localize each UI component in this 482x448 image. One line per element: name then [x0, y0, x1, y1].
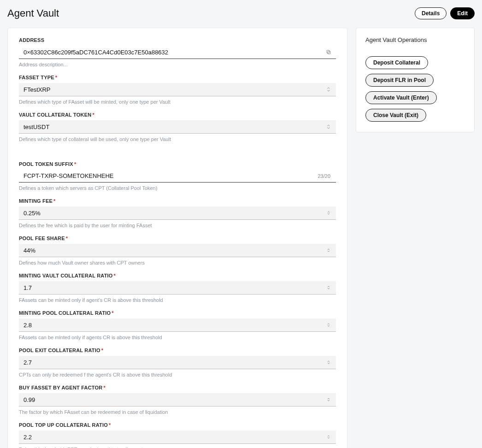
stepper-icon[interactable] [324, 209, 333, 217]
copy-icon[interactable] [324, 48, 333, 56]
pool-exit-cr-desc: CPTs can only be redeemed f the agent's … [19, 372, 336, 377]
pool-token-suffix-label: POOL TOKEN SUFFIX* [19, 161, 336, 167]
field-pool-token-suffix: POOL TOKEN SUFFIX* FCPT-TXRP-SOMETOKENHE… [19, 161, 336, 191]
pool-topup-cr-input[interactable]: 2.2 [19, 430, 336, 444]
minting-vault-cr-desc: FAssets can be minted only if agent's CR… [19, 297, 336, 303]
pool-exit-cr-value: 2.7 [24, 359, 324, 366]
pool-fee-share-desc: Defines how much Vault owner shares with… [19, 260, 336, 265]
field-fasset-type: FASSET TYPE* FTestXRP Defines which type… [19, 75, 336, 105]
field-vault-collateral-token: VAULT COLLATERAL TOKEN* testUSDT Defines… [19, 112, 336, 142]
vault-collateral-token-desc: Defines which type of collateral will be… [19, 136, 336, 142]
fasset-type-value: FTestXRP [24, 86, 324, 93]
minting-pool-cr-label: MINTING POOL COLLATERAL RATIO* [19, 310, 336, 316]
page-title: Agent Vault [7, 7, 59, 19]
stepper-icon[interactable] [324, 359, 333, 366]
buy-fasset-factor-desc: The factor by which FAsset can be redeem… [19, 409, 336, 415]
details-button[interactable]: Details [415, 7, 447, 19]
deposit-flr-button[interactable]: Deposit FLR in Pool [365, 74, 434, 87]
minting-fee-input[interactable]: 0.25% [19, 206, 336, 220]
minting-pool-cr-value: 2.8 [24, 322, 324, 329]
vault-form-card: ADDRESS 0×63302C86c209f5aDC761CA4Cd0E03c… [7, 28, 347, 448]
field-address: ADDRESS 0×63302C86c209f5aDC761CA4Cd0E03c… [19, 37, 336, 67]
operations-card: Agent Vault Operations Deposit Collatera… [356, 28, 475, 132]
minting-fee-desc: Defines the fee which is paid by the use… [19, 223, 336, 228]
buy-fasset-factor-value: 0.99 [24, 396, 324, 403]
vault-collateral-token-label: VAULT COLLATERAL TOKEN* [19, 112, 336, 118]
buy-fasset-factor-input[interactable]: 0.99 [19, 393, 336, 407]
stepper-icon[interactable] [324, 321, 333, 329]
pool-exit-cr-input[interactable]: 2.7 [19, 356, 336, 369]
pool-topup-cr-label: POOL TOP UP COLLATERAL RATIO* [19, 422, 336, 428]
pool-exit-cr-label: POOL EXIT COLLATERAL RATIO* [19, 348, 336, 353]
field-pool-topup-cr: POOL TOP UP COLLATERAL RATIO* 2.2 Below … [19, 422, 336, 448]
pool-token-suffix-input[interactable]: FCPT-TXRP-SOMETOKENHEHE 23/20 [19, 170, 336, 183]
field-minting-vault-cr: MINTING VAULT COLLATERAL RATIO* 1.7 FAss… [19, 273, 336, 303]
pool-fee-share-value: 44% [24, 247, 324, 254]
stepper-icon[interactable] [324, 433, 333, 441]
pool-token-suffix-desc: Defines a token which servers as CPT (Co… [19, 185, 336, 191]
field-pool-exit-cr: POOL EXIT COLLATERAL RATIO* 2.7 CPTs can… [19, 348, 336, 377]
field-pool-fee-share: POOL FEE SHARE* 44% Defines how much Vau… [19, 236, 336, 265]
minting-pool-cr-desc: FAssets can be minted only if agents CR … [19, 335, 336, 340]
fasset-type-desc: Defines which type of FAsset will be min… [19, 99, 336, 105]
close-vault-button[interactable]: Close Vault (Exit) [365, 109, 426, 122]
field-buy-fasset-factor: BUY FASSET BY AGENT FACTOR* 0.99 The fac… [19, 385, 336, 415]
field-minting-pool-cr: MINTING POOL COLLATERAL RATIO* 2.8 FAsse… [19, 310, 336, 340]
address-desc: Address description... [19, 62, 336, 67]
pool-fee-share-input[interactable]: 44% [19, 244, 336, 257]
edit-button[interactable]: Edit [450, 7, 475, 19]
buy-fasset-factor-label: BUY FASSET BY AGENT FACTOR* [19, 385, 336, 390]
fasset-type-label: FASSET TYPE* [19, 75, 336, 80]
minting-fee-value: 0.25% [24, 210, 324, 217]
stepper-icon[interactable] [324, 247, 333, 254]
stepper-icon[interactable] [324, 396, 333, 403]
minting-fee-label: MINTING FEE* [19, 198, 336, 204]
minting-vault-cr-label: MINTING VAULT COLLATERAL RATIO* [19, 273, 336, 278]
svg-rect-0 [328, 51, 330, 54]
pool-fee-share-label: POOL FEE SHARE* [19, 236, 336, 241]
activate-vault-button[interactable]: Activate Vault (Enter) [365, 91, 437, 104]
vault-collateral-token-select[interactable]: testUSDT [19, 120, 336, 134]
operations-title: Agent Vault Operations [365, 36, 465, 43]
minting-vault-cr-value: 1.7 [24, 284, 324, 291]
header-actions: Details Edit [415, 7, 475, 19]
minting-vault-cr-input[interactable]: 1.7 [19, 281, 336, 295]
fasset-type-select[interactable]: FTestXRP [19, 83, 336, 96]
pool-topup-cr-value: 2.2 [24, 434, 324, 441]
svg-rect-1 [327, 50, 329, 53]
chevron-up-down-icon [324, 123, 333, 130]
minting-pool-cr-input[interactable]: 2.8 [19, 318, 336, 332]
stepper-icon[interactable] [324, 284, 333, 291]
address-value: 0×63302C86c209f5aDC761CA4Cd0E03c7E50a886… [24, 49, 324, 56]
address-input[interactable]: 0×63302C86c209f5aDC761CA4Cd0E03c7E50a886… [19, 46, 336, 59]
chevron-up-down-icon [324, 86, 333, 93]
address-label: ADDRESS [19, 37, 336, 43]
field-minting-fee: MINTING FEE* 0.25% Defines the fee which… [19, 198, 336, 228]
deposit-collateral-button[interactable]: Deposit Collateral [365, 56, 428, 69]
pool-token-suffix-counter: 23/20 [315, 173, 333, 179]
vault-collateral-token-value: testUSDT [24, 124, 324, 130]
pool-token-suffix-value: FCPT-TXRP-SOMETOKENHEHE [24, 172, 315, 179]
